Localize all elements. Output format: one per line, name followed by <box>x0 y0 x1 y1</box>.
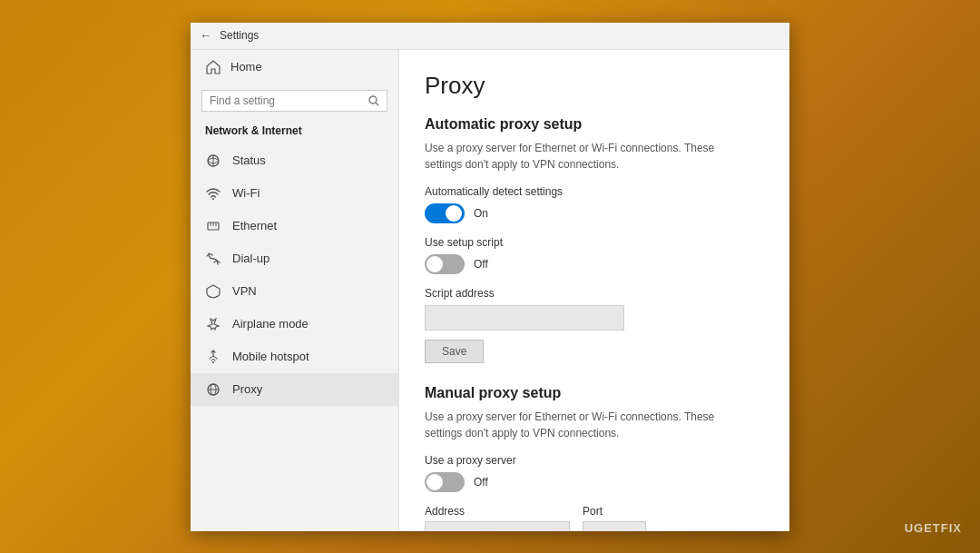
watermark: UGETFIX <box>905 521 962 535</box>
title-bar: ← Settings <box>191 23 789 50</box>
manual-section: Manual proxy setup Use a proxy server fo… <box>425 385 764 531</box>
sidebar-item-status-label: Status <box>232 153 266 167</box>
port-field-label: Port <box>583 505 646 518</box>
script-label: Use setup script <box>425 236 764 249</box>
proxy-icon <box>205 381 221 398</box>
sidebar-item-status[interactable]: Status <box>191 144 398 177</box>
address-port-row: Address Port <box>425 505 764 531</box>
search-box[interactable] <box>201 90 387 112</box>
sidebar: Home Network & Internet <box>191 50 399 531</box>
address-input[interactable] <box>425 521 570 531</box>
search-input[interactable] <box>210 94 363 107</box>
port-field: Port <box>583 505 646 531</box>
sidebar-item-hotspot-label: Mobile hotspot <box>232 350 309 363</box>
svg-point-0 <box>369 96 377 104</box>
address-label: Script address <box>425 287 764 300</box>
sidebar-item-vpn-label: VPN <box>232 284 257 298</box>
detect-label: Automatically detect settings <box>425 185 764 198</box>
manual-description: Use a proxy server for Ethernet or Wi-Fi… <box>425 409 733 441</box>
proxy-toggle-row: Off <box>425 472 764 492</box>
script-toggle-thumb <box>426 256 443 272</box>
svg-point-9 <box>212 361 214 363</box>
proxy-toggle[interactable] <box>425 472 465 492</box>
settings-window: ← Settings Home <box>191 23 789 531</box>
sidebar-item-wifi[interactable]: Wi-Fi <box>191 177 398 210</box>
back-button[interactable]: ← <box>200 28 212 43</box>
window-title: Settings <box>220 29 259 42</box>
sidebar-item-vpn[interactable]: VPN <box>191 275 398 308</box>
search-icon <box>368 94 379 107</box>
sidebar-item-ethernet-label: Ethernet <box>232 219 277 232</box>
sidebar-item-dialup-label: Dial-up <box>232 252 270 265</box>
script-toggle[interactable] <box>425 254 465 274</box>
sidebar-item-airplane[interactable]: Airplane mode <box>191 308 398 341</box>
script-address-input[interactable] <box>425 305 624 331</box>
sidebar-item-dialup[interactable]: Dial-up <box>191 242 398 275</box>
detect-toggle-row: On <box>425 203 764 223</box>
svg-point-4 <box>212 198 214 200</box>
svg-line-1 <box>376 103 378 105</box>
sidebar-home[interactable]: Home <box>191 50 398 84</box>
airplane-icon <box>205 316 221 332</box>
main-content: Proxy Automatic proxy setup Use a proxy … <box>399 50 789 531</box>
proxy-server-label: Use a proxy server <box>425 454 764 467</box>
address-field: Address <box>425 505 570 531</box>
detect-toggle-thumb <box>446 205 462 222</box>
home-label: Home <box>230 60 262 74</box>
detect-toggle-state: On <box>474 207 488 220</box>
save-button[interactable]: Save <box>425 340 484 363</box>
sidebar-item-proxy-label: Proxy <box>232 382 262 396</box>
script-toggle-state: Off <box>474 258 488 271</box>
automatic-description: Use a proxy server for Ethernet or Wi-Fi… <box>425 140 733 173</box>
page-title: Proxy <box>425 72 764 100</box>
automatic-section-title: Automatic proxy setup <box>425 116 764 133</box>
vpn-icon <box>205 283 221 300</box>
sidebar-item-wifi-label: Wi-Fi <box>232 186 260 200</box>
script-toggle-row: Off <box>425 254 764 274</box>
address-field-label: Address <box>425 505 570 518</box>
proxy-toggle-thumb <box>426 474 443 490</box>
sidebar-section-title: Network & Internet <box>191 121 398 144</box>
dialup-icon <box>205 251 221 267</box>
proxy-toggle-state: Off <box>474 476 488 489</box>
sidebar-item-ethernet[interactable]: Ethernet <box>191 210 398 242</box>
wifi-icon <box>205 185 221 202</box>
detect-toggle[interactable] <box>425 203 465 223</box>
manual-section-title: Manual proxy setup <box>425 385 764 401</box>
sidebar-item-airplane-label: Airplane mode <box>232 317 309 331</box>
port-input[interactable] <box>583 521 646 531</box>
sidebar-item-proxy[interactable]: Proxy <box>191 373 398 406</box>
ethernet-icon <box>205 218 221 234</box>
status-icon <box>205 153 221 169</box>
hotspot-icon <box>205 349 221 365</box>
sidebar-item-hotspot[interactable]: Mobile hotspot <box>191 341 398 373</box>
content-area: Home Network & Internet <box>191 50 789 531</box>
home-icon <box>205 59 221 75</box>
